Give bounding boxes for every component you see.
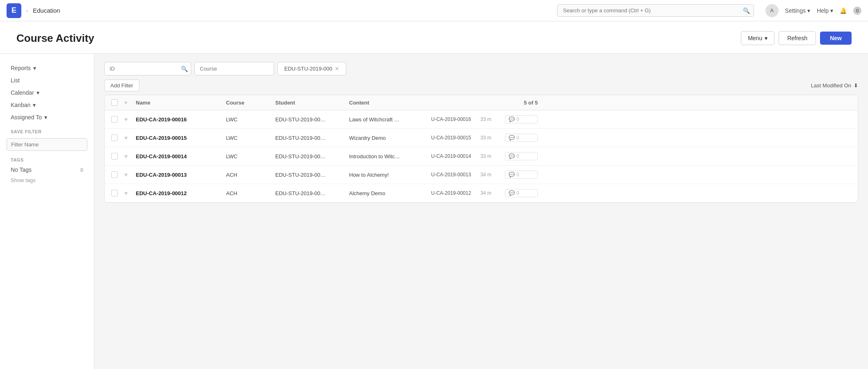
id-filter-input[interactable] [104, 62, 191, 75]
row-favorite-icon[interactable]: ♥ [124, 190, 136, 196]
row-course: ACH [226, 172, 275, 178]
row-course: LWC [226, 135, 275, 141]
menu-chevron-icon: ▾ [765, 35, 767, 41]
comment-count: 0 [516, 116, 519, 122]
add-filter-button[interactable]: Add Filter [104, 80, 139, 91]
row-id[interactable]: EDU-CA-2019-00015 [136, 135, 226, 141]
row-favorite-icon[interactable]: ♥ [124, 134, 136, 141]
app-icon: E [7, 3, 21, 18]
row-time: 33 m [480, 153, 505, 159]
main-content: 🔍 EDU-STU-2019-000 ✕ Add Filter Last Mod… [94, 54, 868, 369]
sidebar-item-calendar[interactable]: Calendar ▾ [7, 87, 87, 99]
kanban-chevron-icon: ▾ [33, 102, 36, 108]
tags-label: Tags [11, 157, 83, 162]
row-comments[interactable]: 💬 0 [505, 152, 538, 160]
row-checkbox[interactable] [111, 116, 124, 123]
table-row: ♥ EDU-CA-2019-00016 LWC EDU-STU-2019-00…… [105, 110, 858, 129]
sidebar-reports-section: Reports ▾ List Calendar ▾ Kanban ▾ Assig… [7, 62, 87, 123]
table-header: ♥ Name Course Student Content 5 of 5 [105, 95, 858, 110]
row-time: 34 m [480, 172, 505, 178]
table-body: ♥ EDU-CA-2019-00016 LWC EDU-STU-2019-00…… [105, 110, 858, 202]
row-id[interactable]: EDU-CA-2019-00012 [136, 190, 226, 196]
row-checkbox[interactable] [111, 190, 124, 196]
row-id[interactable]: EDU-CA-2019-00014 [136, 153, 226, 159]
row-comments[interactable]: 💬 0 [505, 189, 538, 197]
sidebar-item-kanban[interactable]: Kanban ▾ [7, 99, 87, 111]
row-content-id: U-CA-2019-00015 [431, 135, 480, 141]
row-content-id: U-CA-2019-00013 [431, 172, 480, 178]
header-actions: Menu ▾ Refresh New [741, 31, 852, 45]
row-checkbox[interactable] [111, 134, 124, 141]
row-student: EDU-STU-2019-00… [275, 190, 349, 196]
save-filter-label: SAVE FILTER [11, 129, 83, 134]
row-favorite-icon[interactable]: ♥ [124, 153, 136, 159]
assigned-to-chevron-icon: ▾ [44, 114, 47, 121]
row-comments[interactable]: 💬 0 [505, 115, 538, 123]
select-all-checkbox[interactable] [111, 99, 124, 106]
refresh-button[interactable]: Refresh [779, 31, 816, 45]
course-filter-input[interactable] [194, 62, 274, 75]
comment-count: 0 [516, 190, 519, 196]
comment-icon: 💬 [509, 116, 515, 122]
action-bar: Add Filter Last Modified On ⬇ [104, 80, 858, 91]
sort-down-icon[interactable]: ⬇ [854, 82, 858, 89]
row-id[interactable]: EDU-CA-2019-00013 [136, 172, 226, 178]
col-student: Student [275, 100, 349, 106]
id-search-icon: 🔍 [181, 66, 188, 72]
sidebar: Reports ▾ List Calendar ▾ Kanban ▾ Assig… [0, 54, 94, 369]
row-content: Wizardry Demo [349, 135, 431, 141]
comment-icon: 💬 [509, 172, 515, 178]
new-button[interactable]: New [820, 32, 852, 45]
comment-count: 0 [516, 172, 519, 178]
table-row: ♥ EDU-CA-2019-00012 ACH EDU-STU-2019-00…… [105, 184, 858, 202]
row-course: ACH [226, 190, 275, 196]
sidebar-item-reports[interactable]: Reports ▾ [7, 62, 87, 74]
help-button[interactable]: Help ▾ [817, 7, 833, 14]
sidebar-item-list[interactable]: List [7, 74, 87, 87]
sort-controls: Last Modified On ⬇ [811, 82, 858, 89]
search-input[interactable] [557, 4, 754, 17]
search-icon: 🔍 [743, 7, 750, 14]
comment-icon: 💬 [509, 135, 515, 141]
row-student: EDU-STU-2019-00… [275, 153, 349, 159]
search-bar: 🔍 [557, 4, 754, 17]
table-row: ♥ EDU-CA-2019-00013 ACH EDU-STU-2019-00…… [105, 166, 858, 184]
row-checkbox[interactable] [111, 171, 124, 178]
row-course: LWC [226, 116, 275, 123]
row-id[interactable]: EDU-CA-2019-00016 [136, 116, 226, 123]
row-checkbox[interactable] [111, 153, 124, 159]
notifications-badge: 0 [853, 7, 861, 15]
row-content: Introduction to Witc… [349, 153, 431, 159]
row-course: LWC [226, 153, 275, 159]
row-content-id: U-CA-2019-00014 [431, 153, 480, 159]
notifications-button[interactable]: 🔔 [840, 7, 847, 14]
avatar: A [765, 4, 779, 17]
row-time: 34 m [480, 190, 505, 196]
show-tags-link[interactable]: Show tags [7, 175, 87, 185]
data-table: ♥ Name Course Student Content 5 of 5 ♥ E… [104, 95, 858, 203]
settings-button[interactable]: Settings ▾ [785, 7, 811, 14]
breadcrumb-chevron: › [26, 8, 28, 14]
row-favorite-icon[interactable]: ♥ [124, 116, 136, 123]
menu-button[interactable]: Menu ▾ [741, 31, 774, 45]
comment-count: 0 [516, 153, 519, 159]
row-comments[interactable]: 💬 0 [505, 134, 538, 142]
table-row: ♥ EDU-CA-2019-00015 LWC EDU-STU-2019-00…… [105, 129, 858, 147]
page-header: Course Activity Menu ▾ Refresh New [0, 21, 868, 54]
active-filter-tag[interactable]: EDU-STU-2019-000 ✕ [277, 62, 346, 75]
sidebar-item-assigned-to[interactable]: Assigned To ▾ [7, 111, 87, 123]
row-content-id: U-CA-2019-00012 [431, 190, 480, 196]
row-content: How to Alchemy! [349, 172, 431, 178]
row-content: Laws of Witchcraft … [349, 116, 431, 123]
page-title: Course Activity [16, 32, 94, 45]
nav-right: A Settings ▾ Help ▾ 🔔 0 [765, 4, 861, 17]
comment-count: 0 [516, 135, 519, 141]
filter-name-input[interactable] [7, 138, 87, 151]
row-content: Alchemy Demo [349, 190, 431, 196]
help-chevron-icon: ▾ [830, 7, 833, 14]
remove-filter-icon[interactable]: ✕ [335, 66, 339, 72]
heart-header: ♥ [124, 100, 136, 106]
record-count: 5 of 5 [505, 100, 538, 106]
row-comments[interactable]: 💬 0 [505, 171, 538, 179]
row-favorite-icon[interactable]: ♥ [124, 171, 136, 178]
